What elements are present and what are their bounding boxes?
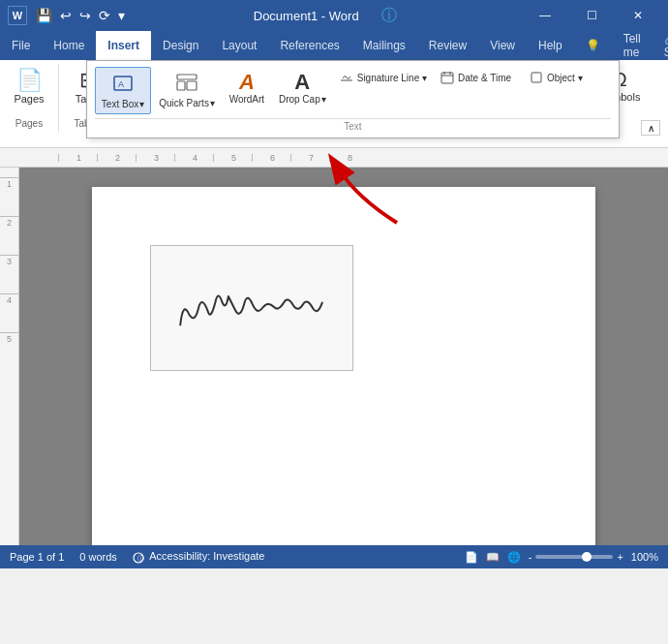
undo-icon[interactable]: ↩ [57, 8, 75, 23]
signature-image [156, 248, 349, 368]
tab-lightbulb[interactable]: 💡 [574, 31, 612, 60]
zoom-slider[interactable] [535, 555, 613, 559]
ruler-v-mark: 4 [0, 293, 18, 332]
signature-line-label: Signature Line ▾ [357, 73, 427, 83]
title-bar: W 💾 ↩ ↪ ⟳ ▾ Document1 - Word ⓘ — ☐ ✕ [0, 0, 668, 31]
page-count: Page 1 of 1 [10, 551, 64, 563]
wordart-label: WordArt [229, 94, 265, 105]
svg-text:A: A [118, 79, 124, 89]
status-bar: Page 1 of 1 0 words ⓘ Accessibility: Inv… [0, 545, 668, 568]
wordart-button[interactable]: A WordArt [223, 67, 271, 108]
tab-insert[interactable]: Insert [96, 31, 151, 60]
drop-cap-icon: A [294, 71, 310, 94]
signature-line-icon: Signature Line ▾ [340, 71, 427, 84]
svg-text:ⓘ: ⓘ [137, 555, 143, 562]
document-page[interactable] [92, 187, 595, 545]
collapse-ribbon-button[interactable]: ∧ [641, 120, 660, 136]
view-mode-web[interactable]: 🌐 [507, 551, 521, 564]
tab-references[interactable]: References [268, 31, 350, 60]
ruler-mark: 4 [174, 154, 213, 162]
object-button[interactable]: Object ▾ [524, 67, 611, 88]
page-area[interactable] [19, 168, 668, 545]
tab-tell-me[interactable]: Tell me [612, 31, 653, 60]
tab-share[interactable]: 🔗 Share [653, 31, 668, 60]
pages-icon: 📄 [16, 70, 43, 91]
document-container: 1 2 3 4 5 [0, 168, 668, 545]
ruler-mark: 5 [213, 154, 252, 162]
svg-rect-3 [177, 81, 185, 90]
wordart-icon: A [239, 71, 255, 94]
tab-file[interactable]: File [0, 31, 42, 60]
ruler-v-mark: 3 [0, 255, 18, 293]
word-count: 0 words [79, 551, 117, 563]
maximize-button[interactable]: ☐ [569, 0, 614, 31]
signature-line-button[interactable]: Signature Line ▾ [334, 67, 433, 88]
view-mode-read[interactable]: 📖 [486, 551, 500, 564]
horizontal-ruler: 1 2 3 4 5 6 7 8 [0, 148, 668, 168]
object-icon: Object ▾ [530, 71, 583, 84]
zoom-out-button[interactable]: - [529, 551, 532, 563]
status-left: Page 1 of 1 0 words ⓘ Accessibility: Inv… [10, 550, 264, 563]
text-group-bottom-label: Text [95, 118, 611, 132]
drop-cap-label: Drop Cap ▾ [279, 94, 326, 105]
close-button[interactable]: ✕ [616, 0, 660, 31]
tab-mailings[interactable]: Mailings [351, 31, 417, 60]
svg-rect-6 [441, 73, 453, 83]
date-time-icon: Date & Time [440, 71, 511, 84]
save-icon[interactable]: 💾 [33, 8, 55, 23]
ribbon-tab-bar: File Home Insert Design Layout Reference… [0, 31, 668, 60]
quick-parts-label: Quick Parts ▾ [159, 98, 215, 108]
ribbon-group-pages: 📄 Pages Pages [0, 64, 59, 133]
ruler-mark: 2 [97, 154, 136, 162]
svg-rect-2 [177, 75, 197, 79]
quick-parts-button[interactable]: Quick Parts ▾ [153, 67, 221, 112]
text-box-icon: A [111, 72, 135, 99]
ruler-mark: 1 [58, 154, 97, 162]
tab-home[interactable]: Home [42, 31, 96, 60]
pages-label: Pages [14, 93, 44, 105]
text-box-button[interactable]: A Text Box ▾ [95, 67, 151, 114]
text-box-label: Text Box ▾ [102, 99, 144, 109]
pages-group-label: Pages [15, 116, 43, 131]
tab-view[interactable]: View [478, 31, 527, 60]
ruler-marks: 1 2 3 4 5 6 7 8 [58, 154, 368, 162]
status-right: 📄 📖 🌐 - + 100% [465, 551, 658, 564]
date-time-label: Date & Time [458, 73, 511, 83]
quick-access-toolbar: 💾 ↩ ↪ ⟳ ▾ [33, 8, 128, 23]
tab-help[interactable]: Help [527, 31, 574, 60]
ruler-v-mark: 1 [0, 177, 18, 216]
ruler-mark: 6 [252, 154, 290, 162]
zoom-thumb [582, 552, 592, 562]
tab-layout[interactable]: Layout [210, 31, 268, 60]
ruler-v-mark: 5 [0, 332, 18, 371]
svg-rect-4 [187, 81, 197, 90]
refresh-icon[interactable]: ⟳ [96, 8, 113, 23]
zoom-level: 100% [631, 551, 658, 563]
tab-review[interactable]: Review [417, 31, 478, 60]
document-title: Document1 - Word ⓘ [128, 6, 523, 26]
ruler-v-mark: 2 [0, 216, 18, 255]
redo-icon[interactable]: ↪ [76, 8, 94, 23]
ruler-mark: 8 [329, 154, 368, 162]
date-time-button[interactable]: Date & Time [435, 67, 522, 88]
ruler-mark: 3 [136, 154, 174, 162]
ruler-mark: 7 [290, 154, 329, 162]
pages-items: 📄 Pages [8, 66, 50, 114]
minimize-button[interactable]: — [523, 0, 567, 31]
accessibility-status: ⓘ Accessibility: Investigate [133, 550, 265, 563]
word-logo: W [8, 6, 27, 25]
ribbon: File Home Insert Design Layout Reference… [0, 31, 668, 148]
ribbon-content: 📄 Pages Pages ⊞ Table Tables [0, 60, 668, 147]
tab-design[interactable]: Design [151, 31, 210, 60]
zoom-bar: - + 100% [529, 551, 658, 563]
window-controls: — ☐ ✕ [523, 0, 660, 31]
svg-rect-10 [531, 73, 541, 82]
drop-cap-button[interactable]: A Drop Cap ▾ [273, 67, 332, 108]
customize-icon[interactable]: ▾ [115, 8, 128, 23]
object-label: Object ▾ [547, 73, 583, 83]
title-bar-left: W 💾 ↩ ↪ ⟳ ▾ [8, 6, 128, 25]
view-mode-print[interactable]: 📄 [465, 551, 478, 564]
pages-button[interactable]: 📄 Pages [8, 66, 50, 108]
zoom-in-button[interactable]: + [617, 551, 622, 563]
vertical-ruler: 1 2 3 4 5 [0, 168, 19, 545]
